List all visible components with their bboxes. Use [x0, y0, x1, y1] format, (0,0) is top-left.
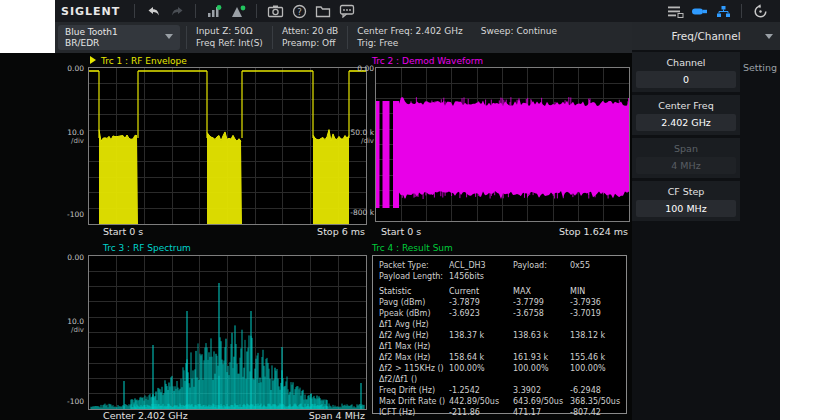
- result-cell: 0x55: [570, 260, 626, 271]
- result-row: Δf2/Δf1 (): [373, 374, 626, 385]
- trc1-plot[interactable]: [88, 67, 367, 225]
- trc3-ref-level: 0.00: [58, 254, 84, 262]
- toolbar: SIGLENT ?: [55, 0, 780, 22]
- trc4-title: Trc 4 : Result Sum: [372, 243, 453, 253]
- result-cell: 1456bits: [449, 271, 513, 282]
- measurement-selector[interactable]: Blue Tooth1 BR/EDR: [58, 25, 180, 50]
- trace-display-area: Trc 1 : RF Envelope 0.00 10.0/div -100 S…: [0, 53, 632, 420]
- menu-item-label: Span: [632, 141, 740, 156]
- result-cell: Current: [449, 286, 513, 297]
- result-cell: Δf2 Max (Hz): [379, 352, 449, 363]
- trc2-plot[interactable]: [375, 67, 630, 222]
- side-menu-panel: Freq/Channel Channel0Center Freq2.402 GH…: [632, 22, 780, 420]
- result-cell: Max Drift Rate (): [379, 396, 449, 407]
- result-cell: ACL_DH3: [449, 260, 513, 271]
- trc3-scale: 10.0/div: [58, 318, 84, 334]
- spectrum-analyzer-screen: SIGLENT ?: [0, 0, 840, 420]
- menu-item-label: Center Freq: [632, 98, 740, 113]
- result-cell: [570, 341, 626, 352]
- result-cell: -3.6923: [449, 308, 513, 319]
- usb-icon[interactable]: [687, 2, 711, 20]
- measurement-mode: BR/EDR: [65, 38, 118, 49]
- result-cell: 100.00%: [570, 363, 626, 374]
- help-icon[interactable]: ?: [287, 2, 311, 20]
- result-cell: [570, 319, 626, 330]
- preset-list-icon[interactable]: [663, 2, 687, 20]
- result-cell: 471.17: [513, 407, 570, 418]
- divider: [195, 4, 196, 18]
- result-cell: 100.00%: [449, 363, 513, 374]
- result-cell: -1.2542: [449, 385, 513, 396]
- result-cell: 368.35/50us: [570, 396, 626, 407]
- siglent-logo: SIGLENT: [55, 5, 128, 18]
- chevron-down-icon: [765, 34, 773, 39]
- result-cell: 100.00%: [513, 363, 570, 374]
- result-row: Ppeak (dBm)-3.6923-3.6758-3.7019: [373, 308, 626, 319]
- result-cell: 138.37 k: [449, 330, 513, 341]
- menu-item-channel[interactable]: Channel0: [632, 52, 740, 92]
- measurement-name: Blue Tooth1: [65, 27, 118, 38]
- status-sweep: Sweep: Continue: [472, 22, 566, 49]
- result-cell: -3.7799: [513, 297, 570, 308]
- result-row: Pavg (dBm)-3.7879-3.7799-3.7936: [373, 297, 626, 308]
- menu-item-center-freq[interactable]: Center Freq2.402 GHz: [632, 95, 740, 135]
- menu-body: Channel0Center Freq2.402 GHzSpan4 MHzCF …: [632, 52, 780, 420]
- result-cell: ICFT (Hz): [379, 407, 449, 418]
- menu-item-cf-step[interactable]: CF Step100 MHz: [632, 181, 740, 221]
- menu-items: Channel0Center Freq2.402 GHzSpan4 MHzCF …: [632, 52, 740, 420]
- result-cell: [513, 374, 570, 385]
- status-bar: Blue Tooth1 BR/EDR Input Z: 50ΩFreq Ref:…: [55, 22, 632, 53]
- redo-icon[interactable]: [165, 2, 189, 20]
- result-cell: Ppeak (dBm): [379, 308, 449, 319]
- status-freq-trig: Center Freq: 2.402 GHzTrig: Free: [348, 22, 471, 49]
- folder-icon[interactable]: [311, 2, 335, 20]
- result-cell: 138.63 k: [513, 330, 570, 341]
- history-icon[interactable]: [748, 2, 772, 20]
- result-cell: Packet Type:: [379, 260, 449, 271]
- result-row: Δf2 Avg (Hz)138.37 k138.63 k138.12 k: [373, 330, 626, 341]
- trc3-plot[interactable]: [88, 255, 367, 410]
- toolbar-right: [663, 2, 780, 20]
- trc2-title: Trc 2 : Demod Waveform: [372, 56, 483, 66]
- chevron-down-icon: [165, 34, 173, 39]
- message-icon[interactable]: [335, 2, 359, 20]
- active-trace-marker-icon: [90, 56, 96, 64]
- menu-item-value[interactable]: 2.402 GHz: [636, 114, 736, 131]
- result-cell: Pavg (dBm): [379, 297, 449, 308]
- undo-icon[interactable]: [141, 2, 165, 20]
- result-cell: 3.3902: [513, 385, 570, 396]
- result-cell: 155.46 k: [570, 352, 626, 363]
- result-cell: Statistic: [379, 286, 449, 297]
- trc1-x-axis: Start 0 sStop 6 ms: [103, 226, 365, 238]
- camera-icon[interactable]: [263, 2, 287, 20]
- result-cell: [449, 319, 513, 330]
- peak-marker-icon[interactable]: [226, 2, 250, 20]
- result-header-row: StatisticCurrentMAXMIN: [373, 286, 626, 297]
- lan-icon[interactable]: [711, 2, 735, 20]
- tab-setting[interactable]: Setting: [740, 58, 780, 77]
- result-cell: [513, 271, 570, 282]
- menu-item-value[interactable]: 0: [636, 71, 736, 88]
- menu-item-label: Channel: [632, 55, 740, 70]
- result-row: Δf2 Max (Hz)158.64 k161.93 k155.46 k: [373, 352, 626, 363]
- trc2-ref-level: 0.00: [348, 65, 374, 73]
- result-cell: 158.64 k: [449, 352, 513, 363]
- menu-item-label: CF Step: [632, 184, 740, 199]
- menu-item-value[interactable]: 100 MHz: [636, 200, 736, 217]
- auto-tune-icon[interactable]: [202, 2, 226, 20]
- trc1-ref-level: 0.00: [58, 65, 84, 73]
- result-cell: -3.7019: [570, 308, 626, 319]
- result-cell: [570, 271, 626, 282]
- menu-item-span: Span4 MHz: [632, 138, 740, 178]
- result-cell: -211.86: [449, 407, 513, 418]
- result-row: Freq Drift (Hz)-1.25423.3902-6.2948: [373, 385, 626, 396]
- status-input: Input Z: 50ΩFreq Ref: Int(S): [187, 22, 272, 49]
- result-row: Packet Type:ACL_DH3Payload:0x55: [373, 260, 626, 271]
- trc3-title: Trc 3 : RF Spectrum: [103, 243, 191, 253]
- trc2-scale: 50.0 k/div: [348, 129, 374, 145]
- trc3-bottom-level: -100: [58, 398, 84, 406]
- result-cell: [449, 341, 513, 352]
- menu-title-freq-channel[interactable]: Freq/Channel: [632, 22, 780, 50]
- status-atten: Atten: 20 dBPreamp: Off: [273, 22, 347, 49]
- result-summary-table: Packet Type:ACL_DH3Payload:0x55Payload L…: [372, 255, 627, 414]
